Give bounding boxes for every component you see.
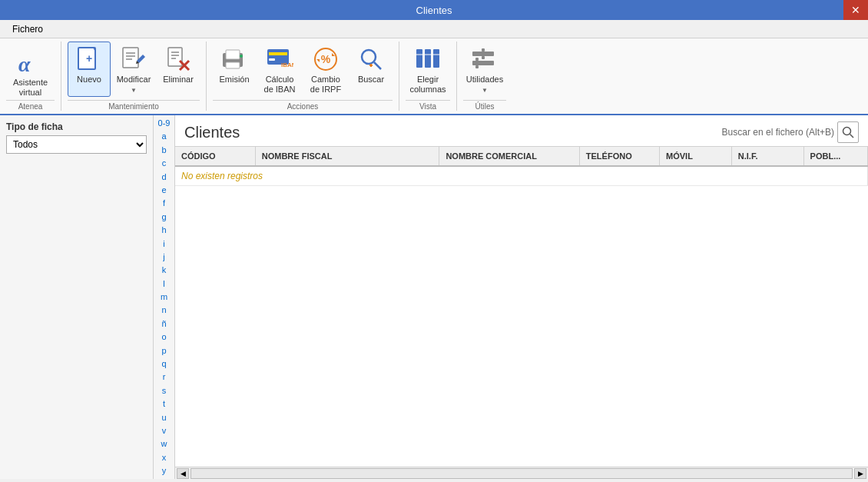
svg-point-39 — [843, 128, 851, 135]
alpha-r[interactable]: r — [154, 371, 174, 384]
vista-section-label: Vista — [406, 100, 450, 111]
col-movil[interactable]: MÓVIL — [660, 147, 732, 166]
tipo-ficha-label: Tipo de ficha — [6, 121, 147, 132]
svg-rect-9 — [168, 48, 182, 66]
alpha-e[interactable]: e — [154, 184, 174, 197]
col-poblacion[interactable]: POBL... — [803, 147, 867, 166]
ribbon-section-acciones: Emisión IBAN Cálculode IBAN — [207, 42, 399, 111]
menu-bar: Fichero — [0, 20, 868, 38]
svg-point-18 — [240, 55, 243, 58]
table-body: No existen registros — [175, 166, 868, 186]
svg-rect-5 — [123, 48, 138, 68]
alpha-p[interactable]: p — [154, 344, 174, 357]
scroll-left-button[interactable]: ◀ — [177, 468, 189, 479]
alpha-l[interactable]: l — [154, 278, 174, 291]
elegir-columnas-label: Elegircolumnas — [409, 75, 446, 95]
close-button[interactable]: ✕ — [843, 0, 868, 20]
window-title: Clientes — [416, 5, 452, 16]
mantenimiento-buttons: + Nuevo Modificar ▼ — [68, 42, 200, 100]
nuevo-label: Nuevo — [77, 75, 101, 85]
svg-text:α: α — [18, 52, 31, 76]
alpha-b[interactable]: b — [154, 144, 174, 157]
alpha-c[interactable]: c — [154, 157, 174, 170]
svg-rect-17 — [226, 62, 240, 68]
horizontal-scrollbar[interactable]: ◀ ▶ — [175, 467, 868, 479]
alpha-k[interactable]: k — [154, 264, 174, 277]
buscar-icon — [357, 45, 385, 73]
alpha-v[interactable]: v — [154, 424, 174, 437]
content-header: Clientes Buscar en el fichero (Alt+B) — [175, 115, 868, 146]
ribbon: α Asistentevirtual Atenea + Nuevo — [0, 38, 868, 115]
col-nif[interactable]: N.I.F. — [731, 147, 803, 166]
content-area: Clientes Buscar en el fichero (Alt+B) CÓ… — [175, 115, 868, 479]
alpha-w[interactable]: w — [154, 437, 174, 450]
alpha-u[interactable]: u — [154, 411, 174, 424]
alpha-s[interactable]: s — [154, 384, 174, 397]
nuevo-icon: + — [75, 45, 103, 73]
alpha-g[interactable]: g — [154, 211, 174, 224]
alpha-n[interactable]: n — [154, 304, 174, 317]
title-bar: Clientes ✕ — [0, 0, 868, 20]
cambio-irpf-button[interactable]: % Cambiode IRPF — [303, 42, 348, 98]
alpha-d[interactable]: d — [154, 171, 174, 184]
alpha-i[interactable]: i — [154, 238, 174, 251]
svg-rect-36 — [472, 61, 494, 65]
no-records-message: No existen registros — [175, 166, 868, 186]
alpha-0-9[interactable]: 0-9 — [154, 117, 174, 130]
svg-rect-33 — [472, 52, 494, 56]
alpha-t[interactable]: t — [154, 397, 174, 411]
alpha-a[interactable]: a — [154, 130, 174, 143]
eliminar-button[interactable]: Eliminar — [157, 42, 200, 97]
alpha-z[interactable]: z — [154, 478, 174, 479]
table-container[interactable]: CÓDIGO NOMBRE FISCAL NOMBRE COMERCIAL TE… — [175, 146, 868, 467]
modificar-label: Modificar ▼ — [114, 75, 153, 95]
calculo-iban-label: Cálculode IBAN — [264, 75, 296, 95]
atenea-section-label: Atenea — [6, 100, 55, 111]
elegir-columnas-icon — [414, 45, 442, 73]
utilidades-button[interactable]: Utilidades ▼ — [463, 42, 506, 98]
svg-rect-35 — [482, 56, 485, 59]
eliminar-icon — [164, 45, 192, 73]
search-button[interactable] — [837, 121, 859, 143]
nuevo-button[interactable]: + Nuevo — [68, 42, 111, 97]
alpha-index: 0-9 a b c d e f g h i j k l m n ñ o p q … — [154, 115, 175, 479]
buscar-button[interactable]: Buscar — [350, 42, 393, 97]
svg-rect-21 — [269, 58, 275, 61]
alpha-f[interactable]: f — [154, 197, 174, 210]
elegir-columnas-button[interactable]: Elegircolumnas — [406, 42, 450, 98]
search-container: Buscar en el fichero (Alt+B) — [722, 121, 859, 143]
svg-rect-16 — [226, 50, 240, 59]
alpha-h[interactable]: h — [154, 224, 174, 237]
utiles-buttons: Utilidades ▼ — [463, 42, 506, 100]
main-area: Tipo de ficha Todos 0-9 a b c d e f g h … — [0, 115, 868, 479]
ribbon-section-mantenimiento: + Nuevo Modificar ▼ — [61, 42, 207, 111]
menu-fichero[interactable]: Fichero — [6, 22, 49, 36]
emision-label: Emisión — [219, 75, 249, 85]
scroll-track[interactable] — [190, 468, 853, 479]
cambio-irpf-icon: % — [312, 45, 340, 73]
alpha-y[interactable]: y — [154, 464, 174, 477]
utilidades-label: Utilidades ▼ — [465, 75, 504, 95]
svg-rect-30 — [425, 49, 431, 68]
svg-rect-20 — [269, 52, 287, 55]
asistente-virtual-button[interactable]: α Asistentevirtual — [5, 45, 57, 100]
buscar-label: Buscar — [358, 75, 384, 85]
alpha-x[interactable]: x — [154, 451, 174, 464]
alpha-j[interactable]: j — [154, 251, 174, 264]
emision-button[interactable]: Emisión — [213, 42, 256, 97]
col-nombre-fiscal[interactable]: NOMBRE FISCAL — [255, 147, 439, 166]
asistente-virtual-icon: α — [17, 48, 45, 76]
tipo-ficha-select[interactable]: Todos — [6, 135, 147, 154]
scroll-right-button[interactable]: ▶ — [854, 468, 866, 479]
alpha-ñ[interactable]: ñ — [154, 317, 174, 331]
col-telefono[interactable]: TELÉFONO — [579, 147, 659, 166]
col-nombre-comercial[interactable]: NOMBRE COMERCIAL — [439, 147, 579, 166]
utiles-section-label: Útiles — [463, 100, 506, 111]
modificar-button[interactable]: Modificar ▼ — [112, 42, 155, 98]
clientes-table: CÓDIGO NOMBRE FISCAL NOMBRE COMERCIAL TE… — [175, 147, 868, 186]
alpha-q[interactable]: q — [154, 357, 174, 371]
col-codigo[interactable]: CÓDIGO — [175, 147, 255, 166]
alpha-o[interactable]: o — [154, 331, 174, 344]
alpha-m[interactable]: m — [154, 291, 174, 304]
calculo-iban-button[interactable]: IBAN Cálculode IBAN — [257, 42, 302, 98]
